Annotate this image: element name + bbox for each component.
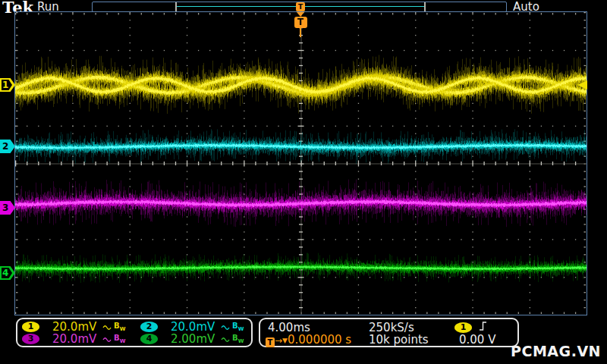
oscilloscope-screen: Tek Run T Auto T 1 2 3 4 1 20.0mV	[0, 0, 607, 364]
channel-marker-label: 4	[0, 266, 11, 280]
channel-marker-label: 2	[0, 140, 11, 153]
trigger-position-marker[interactable]: T	[294, 12, 307, 37]
acquisition-bracket-right	[424, 2, 426, 11]
ac-coupling-icon	[102, 336, 112, 343]
trigger-line	[300, 28, 301, 37]
arrow-right-icon: →	[275, 335, 282, 346]
graticule-frame	[14, 11, 587, 315]
ac-coupling-icon	[102, 324, 112, 331]
channel-marker-3[interactable]: 3	[0, 201, 15, 215]
acquisition-trigger-icon[interactable]: T	[296, 2, 305, 11]
trigger-source-badge: 1	[454, 322, 472, 333]
acquisition-bracket-left	[175, 2, 177, 11]
channel-badge: 3	[22, 334, 39, 344]
channel-scale: 20.0mV	[52, 332, 99, 346]
bandwidth-limit-indicator: BW	[114, 322, 125, 332]
channel-readout-4: 4 2.00mV BW	[140, 333, 244, 345]
record-length-readout: 10k points	[369, 333, 429, 347]
trigger-delay-icon: T	[266, 337, 275, 347]
delay-value: 0.000000 s	[288, 333, 351, 347]
ac-coupling-icon	[221, 324, 231, 331]
bandwidth-limit-indicator: BW	[232, 334, 244, 344]
trigger-delay-readout: T→▼0.000000 s	[266, 333, 351, 347]
ac-coupling-icon	[221, 336, 231, 343]
acquisition-preview-bar: T	[92, 2, 507, 12]
watermark: PCMAG.VN	[511, 343, 601, 359]
bandwidth-limit-indicator: BW	[114, 334, 125, 344]
channel-scale: 2.00mV	[171, 332, 218, 346]
channel-readout-box: 1 20.0mV BW 2 20.0mV BW 3 20.0mV BW 4 2.…	[16, 318, 253, 347]
channel-marker-1[interactable]: 1	[0, 78, 15, 92]
trigger-badge: T	[294, 17, 307, 28]
channel-marker-4[interactable]: 4	[0, 266, 15, 280]
cursor-down-icon: ▼	[282, 337, 288, 344]
channel-badge: 1	[22, 322, 39, 332]
channel-marker-label: 3	[0, 201, 11, 215]
trigger-level-arrow-icon[interactable]	[577, 80, 587, 89]
channel-marker-label: 1	[0, 78, 11, 92]
horizontal-trigger-readout-box: 4.00ms 250kS/s 1 T→▼0.000000 s 10k point…	[259, 318, 519, 347]
channel-readout-3: 3 20.0mV BW	[22, 333, 125, 345]
trigger-level-readout: 0.00 V	[459, 333, 495, 347]
channel-readout-2: 2 20.0mV BW	[140, 321, 244, 333]
channel-readout-1: 1 20.0mV BW	[22, 321, 125, 333]
channel-badge: 4	[140, 334, 158, 344]
channel-marker-2[interactable]: 2	[0, 140, 15, 153]
channel-badge: 2	[140, 322, 158, 332]
bandwidth-limit-indicator: BW	[232, 322, 244, 332]
waveform-canvas	[15, 12, 587, 315]
